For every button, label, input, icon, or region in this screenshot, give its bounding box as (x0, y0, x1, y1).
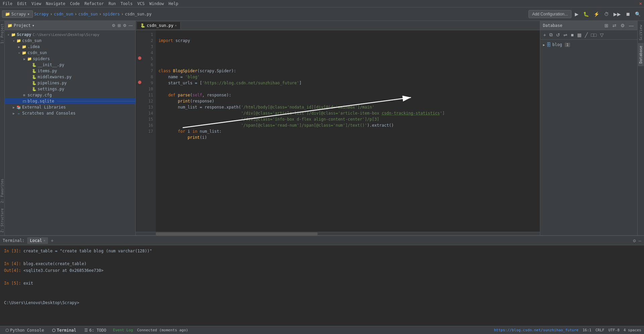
structure-tab[interactable]: Z: Structure (0, 206, 5, 235)
menu-code[interactable]: Code (70, 1, 80, 6)
menu-window[interactable]: Window (149, 1, 164, 6)
coverage-button[interactable]: ⚡ (592, 11, 601, 17)
todo-tab[interactable]: ☰ 6: TODO (82, 327, 109, 334)
code-content[interactable]: import scrapy class BlogSpider(scrapy.Sp… (156, 30, 540, 232)
tree-arrow: ▾ (11, 39, 16, 43)
tree-item-csdn-sun-2[interactable]: ▾ 📁 csdn_sun (5, 50, 135, 56)
editor-tab-csdn-sun[interactable]: 🐍 csdn_sun.py ✕ (137, 22, 181, 29)
tree-label: pipelines.py (37, 81, 67, 85)
terminal-content[interactable]: In [3]: create_table = "create table blo… (0, 245, 644, 326)
terminal-line-1: In [3]: create_table = "create table blo… (4, 248, 640, 254)
db-filter-button[interactable]: ▽ (599, 32, 605, 38)
py-file-icon: 🐍 (32, 75, 37, 79)
db-settings-button[interactable]: ⊞ (603, 23, 609, 29)
tab-label: Local (30, 238, 42, 243)
project-minimize-button[interactable]: — (129, 23, 133, 28)
right-panel-strip: SciView Database (637, 21, 644, 235)
db-refresh-button[interactable]: ↺ (555, 32, 561, 38)
database-side-tab[interactable]: Database (638, 43, 644, 66)
terminal-line-blank-2 (4, 274, 640, 280)
tree-arrow: ▶ (17, 45, 21, 49)
url-status[interactable]: https://blog.csdn.net/sunzhihao_future (494, 328, 579, 332)
sciview-tab[interactable]: SciView (638, 22, 644, 43)
menu-file[interactable]: File (3, 1, 12, 6)
tree-item-idea[interactable]: ▶ 📁 .idea (5, 44, 135, 50)
tree-item-scrapy-root[interactable]: ▾ 📁 Scrapy C:\Users\Lenovo\Desktop\Scrap… (5, 32, 135, 38)
tree-item-settings-py[interactable]: ▶ 🐍 settings.py (5, 86, 135, 92)
menu-run[interactable]: Run (108, 1, 116, 6)
bottom-area: Terminal: Local ✕ + ⚙ — In [3]: create_t… (0, 235, 644, 326)
crlf-status[interactable]: CRLF (595, 328, 604, 332)
python-console-tab[interactable]: ⬡ Python Console (3, 327, 47, 334)
project-switcher[interactable]: 📁 Scrapy ▾ (2, 10, 33, 18)
tab-close-button[interactable]: ✕ (175, 24, 177, 27)
terminal-tab-local[interactable]: Local ✕ (27, 237, 48, 244)
menu-view[interactable]: View (32, 1, 41, 6)
terminal-line-blank-1 (4, 254, 640, 261)
tree-item-blog-sqlite[interactable]: ▶ 🗃 blog.sqlite (5, 98, 135, 104)
debug-button[interactable]: 🐛 (582, 11, 590, 17)
project-panel-title: Project (14, 23, 31, 28)
event-log-status[interactable]: Event Log (113, 328, 133, 332)
terminal-tab[interactable]: ⬡ Terminal (49, 327, 79, 334)
db-add-button[interactable]: + (542, 32, 547, 38)
menu-refactor[interactable]: Refactor (84, 1, 104, 6)
scrollbar-thumb[interactable] (156, 233, 318, 235)
project-header: 📁 Project ▾ ⚙ ⊞ ⚙ — (5, 21, 135, 30)
db-minimize-button[interactable]: — (628, 23, 635, 29)
run-button[interactable]: ▶ (573, 11, 580, 17)
project-tab[interactable]: 1: Project (0, 21, 5, 46)
terminal-line-4: In [5]: exit (4, 280, 640, 287)
menu-vcs[interactable]: VCS (137, 1, 145, 6)
terminal-settings-button[interactable]: ⚙ (633, 238, 636, 243)
menu-edit[interactable]: Edit (17, 1, 27, 6)
project-gear-button[interactable]: ⚙ (112, 23, 116, 28)
tree-item-middlewares-py[interactable]: ▶ 🐍 middlewares.py (5, 74, 135, 80)
db-edit-button[interactable]: ╱ (584, 32, 589, 38)
editor-horizontal-scrollbar[interactable] (136, 232, 540, 235)
db-stop-button[interactable]: ■ (570, 32, 574, 38)
profile-button[interactable]: ⏱ (603, 11, 610, 17)
tree-item-external-libs[interactable]: ▶ 📚 External Libraries (5, 104, 135, 110)
database-panel-header: Database ⊞ ⇄ ⚙ — (540, 21, 637, 30)
terminal-line-blank-4 (4, 293, 640, 299)
db-gear-button[interactable]: ⚙ (619, 23, 626, 29)
search-everywhere[interactable]: 🔍 (634, 11, 642, 17)
menu-tools[interactable]: Tools (121, 1, 133, 6)
tab-close-button[interactable]: ✕ (43, 239, 45, 242)
db-view-button[interactable]: □□ (590, 32, 598, 38)
charset-status[interactable]: UTF-8 (608, 328, 619, 332)
menu-navigate[interactable]: Navigate (46, 1, 65, 6)
tree-item-scratches[interactable]: ▶ ✏ Scratches and Consoles (5, 110, 135, 116)
terminal-minimize-button[interactable]: — (639, 238, 641, 243)
tree-item-items-py[interactable]: ▶ 🐍 items.py (5, 68, 135, 74)
tree-item-spiders[interactable]: ▶ 📁 spiders (5, 56, 135, 62)
menu-help[interactable]: Help (169, 1, 178, 6)
database-panel: Database ⊞ ⇄ ⚙ — + ⧉ ↺ ⇌ ■ ▦ ╱ □□ ▽ ▶ 🗄 … (540, 21, 637, 235)
tree-item-pipelines-py[interactable]: ▶ 🐍 pipelines.py (5, 80, 135, 86)
stop-button[interactable]: ⏹ (624, 11, 632, 17)
db-file-icon: 🗃 (21, 99, 27, 103)
db-table-button[interactable]: ▦ (576, 32, 583, 38)
scratch-icon: ✏ (16, 111, 21, 116)
tree-item-scrapy-cfg[interactable]: ▶ ≡ scrapy.cfg (5, 92, 135, 98)
tree-item-csdn-sun-1[interactable]: ▾ 📁 csdn_sun (5, 38, 135, 44)
db-layout-button[interactable]: ⇄ (611, 23, 617, 29)
indent-status[interactable]: 4 spaces (624, 328, 641, 332)
project-label: Scrapy (11, 12, 26, 16)
add-config-button[interactable]: Add Configuration... (528, 10, 571, 18)
terminal-line-blank-3 (4, 287, 640, 293)
db-sync-button[interactable]: ⇌ (562, 32, 568, 38)
favorites-tab[interactable]: 2: Favorites (0, 176, 5, 206)
run-with-coverage[interactable]: ▶▶ (612, 11, 622, 17)
project-tree: ▾ 📁 Scrapy C:\Users\Lenovo\Desktop\Scrap… (5, 30, 135, 235)
project-settings-button[interactable]: ⚙ (123, 23, 127, 28)
line-col-status[interactable]: 16:1 (583, 328, 592, 332)
db-copy-button[interactable]: ⧉ (548, 32, 554, 38)
project-scope-button[interactable]: ⊞ (118, 23, 121, 28)
add-terminal-button[interactable]: + (51, 238, 53, 243)
line-numbers: 1234 5678 9101112 13141516 17 (142, 30, 156, 232)
db-tree-item-blog[interactable]: ▶ 🗄 blog 1 (542, 41, 636, 48)
tree-item-init-py[interactable]: ▶ 🐍 __init__.py (5, 62, 135, 68)
tree-label: blog.sqlite (27, 99, 54, 103)
